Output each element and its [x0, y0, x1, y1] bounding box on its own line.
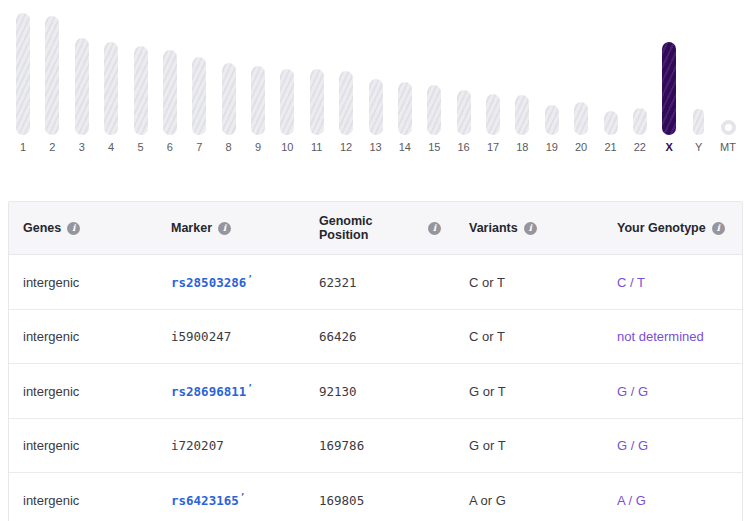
genomic-position-cell: 62321	[305, 255, 455, 310]
chromosome-13-label: 13	[369, 141, 381, 153]
column-header-variants-label: Variants	[469, 221, 518, 235]
variants-cell: C or T	[455, 255, 603, 310]
chromosome-9[interactable]: 9	[245, 66, 271, 153]
chromosome-8[interactable]: 8	[216, 63, 242, 153]
chromosome-13-shape	[369, 79, 383, 135]
variants-cell: A or G	[455, 473, 603, 521]
gene-cell: intergenic	[9, 473, 157, 521]
marker-cell: rs28696811	[157, 364, 305, 419]
marker-cell: rs6423165	[157, 473, 305, 521]
chromosome-19-label: 19	[546, 141, 558, 153]
genomic-position-cell: 169786	[305, 419, 455, 473]
chromosome-Y[interactable]: Y	[686, 109, 712, 153]
column-header-variants: Variants	[455, 202, 603, 255]
column-header-your-genotype: Your Genotype	[603, 202, 742, 255]
chromosome-12[interactable]: 12	[333, 71, 359, 153]
chromosome-21[interactable]: 21	[598, 111, 624, 153]
chromosome-X[interactable]: X	[656, 42, 682, 153]
chromosome-ideogram: 1 2 3 4 5 6 7 8 9 10 11 12	[0, 0, 751, 153]
chromosome-15[interactable]: 15	[421, 85, 447, 153]
markers-table: Genes Marker Genomic Position	[8, 201, 743, 521]
chromosome-MT[interactable]: MT	[715, 120, 741, 153]
info-icon[interactable]	[218, 222, 231, 235]
chromosome-15-shape	[427, 85, 441, 135]
chromosome-11-shape	[310, 69, 324, 135]
column-header-marker-label: Marker	[171, 221, 212, 235]
chromosome-6[interactable]: 6	[157, 50, 183, 153]
chromosome-22-label: 22	[634, 141, 646, 153]
chromosome-Y-label: Y	[695, 141, 702, 153]
marker-cell: i720207	[157, 419, 305, 473]
variants-cell: G or T	[455, 364, 603, 419]
chromosome-9-label: 9	[255, 141, 261, 153]
marker-cell: rs28503286	[157, 255, 305, 310]
column-header-genes-label: Genes	[23, 221, 61, 235]
chromosome-18[interactable]: 18	[509, 95, 535, 153]
chromosome-4-shape	[104, 42, 118, 135]
table-row: intergenic i5900247 66426 C or T not det…	[9, 310, 742, 364]
genomic-position-cell: 66426	[305, 310, 455, 364]
chromosome-2[interactable]: 2	[39, 16, 65, 153]
chromosome-X-shape	[662, 42, 676, 135]
chromosome-15-label: 15	[428, 141, 440, 153]
column-header-genomic-position: Genomic Position	[305, 202, 455, 255]
table-row: intergenic i720207 169786 G or T G / G	[9, 419, 742, 473]
info-icon[interactable]	[524, 222, 537, 235]
chromosome-7-label: 7	[196, 141, 202, 153]
info-icon[interactable]	[428, 222, 441, 235]
chromosome-3[interactable]: 3	[69, 38, 95, 153]
marker-link[interactable]: rs28696811	[171, 384, 253, 399]
info-icon[interactable]	[67, 222, 80, 235]
chromosome-22[interactable]: 22	[627, 108, 653, 153]
column-header-your-genotype-label: Your Genotype	[617, 221, 706, 235]
chromosome-19-shape	[545, 105, 559, 135]
chromosome-20[interactable]: 20	[568, 102, 594, 153]
chromosome-10-shape	[280, 69, 294, 135]
chromosome-6-shape	[163, 50, 177, 135]
chromosome-2-label: 2	[49, 141, 55, 153]
genotype-cell: G / G	[603, 419, 742, 473]
chromosome-16-label: 16	[458, 141, 470, 153]
chromosome-17-shape	[486, 94, 500, 135]
genotype-cell: not determined	[603, 310, 742, 364]
chromosome-20-label: 20	[575, 141, 587, 153]
chromosome-1-shape	[16, 13, 30, 135]
marker-link[interactable]: rs6423165	[171, 493, 245, 508]
genomic-position-cell: 169805	[305, 473, 455, 521]
chromosome-17-label: 17	[487, 141, 499, 153]
chromosome-5-label: 5	[137, 141, 143, 153]
chromosome-1[interactable]: 1	[10, 13, 36, 153]
genotype-cell: A / G	[603, 473, 742, 521]
marker-link[interactable]: rs28503286	[171, 275, 253, 290]
gene-cell: intergenic	[9, 255, 157, 310]
chromosome-19[interactable]: 19	[539, 105, 565, 153]
chromosome-12-label: 12	[340, 141, 352, 153]
marker-text: i5900247	[171, 329, 231, 344]
gene-cell: intergenic	[9, 364, 157, 419]
chromosome-5[interactable]: 5	[128, 46, 154, 153]
table-row: intergenic rs28696811 92130 G or T G / G	[9, 364, 742, 419]
citation-mark-icon	[247, 274, 252, 284]
chromosome-5-shape	[134, 46, 148, 135]
chromosome-4[interactable]: 4	[98, 42, 124, 153]
info-icon[interactable]	[712, 222, 725, 235]
genotype-cell: C / T	[603, 255, 742, 310]
chromosome-17[interactable]: 17	[480, 94, 506, 153]
chromosome-11-label: 11	[311, 141, 322, 153]
chromosome-10-label: 10	[281, 141, 293, 153]
chromosome-13[interactable]: 13	[363, 79, 389, 153]
gene-cell: intergenic	[9, 419, 157, 473]
citation-mark-icon	[247, 383, 252, 393]
chromosome-11[interactable]: 11	[304, 69, 330, 153]
chromosome-7[interactable]: 7	[186, 57, 212, 153]
chromosome-16[interactable]: 16	[451, 90, 477, 153]
chromosome-9-shape	[251, 66, 265, 135]
chromosome-10[interactable]: 10	[274, 69, 300, 153]
chromosome-MT-shape	[721, 120, 736, 135]
chromosome-3-shape	[75, 38, 89, 135]
chromosome-6-label: 6	[167, 141, 173, 153]
chromosome-18-label: 18	[516, 141, 528, 153]
chromosome-14[interactable]: 14	[392, 82, 418, 153]
chromosome-21-label: 21	[604, 141, 616, 153]
marker-cell: i5900247	[157, 310, 305, 364]
